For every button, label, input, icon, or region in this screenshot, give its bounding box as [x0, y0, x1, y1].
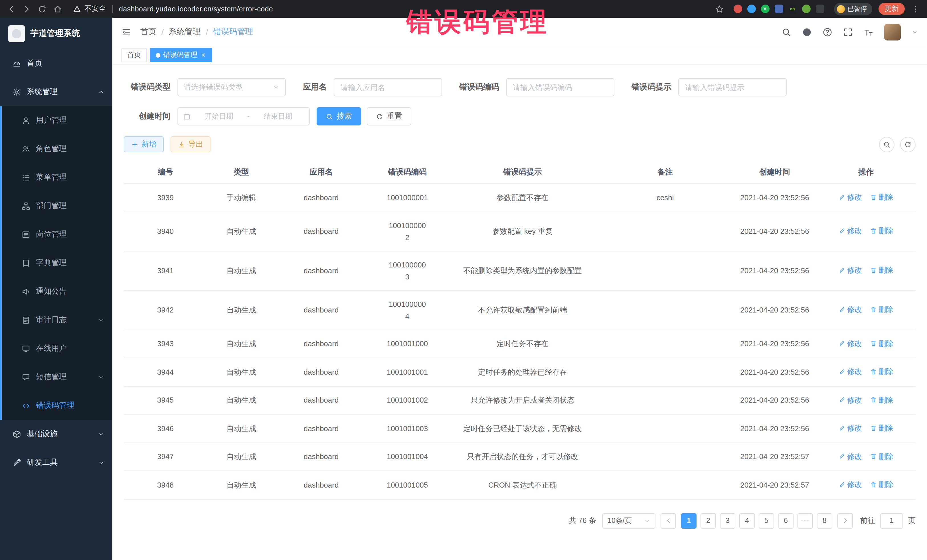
breadcrumb-item-home[interactable]: 首页: [140, 27, 156, 37]
tags-bar: 首页错误码管理: [112, 46, 927, 64]
date-range-picker[interactable]: 开始日期 - 结束日期: [178, 107, 310, 126]
url-text[interactable]: dashboard.yudao.iocoder.cn/system/error-…: [119, 5, 273, 13]
sidebar-item-dept[interactable]: 部门管理: [2, 191, 112, 220]
help-icon[interactable]: [823, 27, 832, 37]
extension-icon-4[interactable]: [774, 5, 783, 13]
sidebar-item-system[interactable]: 系统管理: [0, 77, 112, 106]
sidebar-item-error-code[interactable]: 错误码管理: [2, 391, 112, 420]
avatar-caret-icon[interactable]: [912, 29, 918, 35]
screen: 不安全 dashboard.yudao.iocoder.cn/system/er…: [0, 0, 927, 560]
column-header-6: 创建时间: [733, 161, 816, 183]
page-button-4[interactable]: 4: [739, 513, 755, 528]
cell-type: 手动编辑: [207, 183, 275, 212]
bookmark-star-icon[interactable]: [714, 4, 723, 14]
edit-link[interactable]: 修改: [839, 337, 862, 349]
github-icon[interactable]: [802, 27, 812, 37]
sidebar-item-post[interactable]: 岗位管理: [2, 220, 112, 249]
profile-chip[interactable]: 已暂停: [834, 3, 872, 15]
edit-link[interactable]: 修改: [839, 450, 862, 462]
forward-icon[interactable]: [22, 4, 31, 14]
extension-icon-3[interactable]: V: [761, 5, 769, 13]
page-button-1[interactable]: 1: [681, 513, 696, 528]
sidebar-item-dev-tools[interactable]: 研发工具: [0, 448, 112, 477]
extension-icon-1[interactable]: [733, 5, 742, 13]
page-button-3[interactable]: 3: [720, 513, 736, 528]
edit-link[interactable]: 修改: [839, 422, 862, 434]
reload-icon[interactable]: [38, 4, 47, 14]
sidebar-item-home[interactable]: 首页: [0, 49, 112, 77]
delete-link[interactable]: 删除: [870, 422, 894, 434]
range-separator: -: [247, 112, 249, 120]
reset-button[interactable]: 重置: [367, 107, 411, 126]
extension-icon-2[interactable]: [747, 5, 755, 13]
page-button-6[interactable]: 6: [778, 513, 793, 528]
sidebar-item-role[interactable]: 角色管理: [2, 135, 112, 163]
delete-link[interactable]: 删除: [870, 366, 894, 378]
export-button[interactable]: 导出: [170, 136, 211, 152]
cell-type: 自动生成: [207, 414, 275, 443]
add-button[interactable]: 新增: [124, 136, 164, 152]
extension-icon-7[interactable]: [816, 5, 824, 13]
error-hint-input[interactable]: [678, 78, 787, 96]
header-search-icon[interactable]: [781, 27, 791, 37]
sidebar-item-dict[interactable]: 字典管理: [2, 249, 112, 277]
book-icon: [22, 259, 30, 267]
edit-link[interactable]: 修改: [839, 394, 862, 406]
app-name-input[interactable]: [334, 78, 442, 96]
user-avatar[interactable]: [884, 24, 901, 40]
edit-link[interactable]: 修改: [839, 225, 862, 237]
delete-link[interactable]: 删除: [870, 264, 894, 276]
toggle-search-button[interactable]: [879, 137, 895, 152]
back-icon[interactable]: [7, 4, 16, 14]
next-page-button[interactable]: [837, 513, 853, 528]
extension-icon-6[interactable]: [802, 5, 810, 13]
tab-home[interactable]: 首页: [122, 48, 147, 62]
breadcrumb-item-system[interactable]: 系统管理: [169, 27, 201, 37]
prev-page-button[interactable]: [661, 513, 676, 528]
edit-link[interactable]: 修改: [839, 478, 862, 490]
refresh-table-button[interactable]: [900, 137, 916, 152]
sidebar-item-menu[interactable]: 菜单管理: [2, 163, 112, 191]
fullscreen-icon[interactable]: [843, 27, 853, 37]
start-date-placeholder: 开始日期: [193, 111, 245, 121]
update-button[interactable]: 更新: [878, 3, 905, 15]
edit-link[interactable]: 修改: [839, 366, 862, 378]
delete-link[interactable]: 删除: [870, 450, 894, 462]
page-ellipsis[interactable]: ···: [798, 513, 813, 528]
hamburger-icon[interactable]: [122, 27, 131, 37]
security-indicator[interactable]: 不安全: [73, 4, 106, 14]
app-logo[interactable]: 芋道管理系统: [0, 18, 112, 49]
browser-menu-icon[interactable]: [911, 4, 920, 14]
sidebar-item-audit-log[interactable]: 审计日志: [2, 306, 112, 334]
browser-home-icon[interactable]: [53, 4, 62, 14]
close-icon[interactable]: [200, 52, 207, 58]
sidebar-item-notice[interactable]: 通知公告: [2, 277, 112, 306]
page-button-5[interactable]: 5: [759, 513, 774, 528]
delete-link[interactable]: 删除: [870, 478, 894, 490]
goto-page-input[interactable]: [880, 513, 903, 528]
error-code-input[interactable]: [506, 78, 614, 96]
page-size-select[interactable]: 10条/页: [602, 513, 655, 528]
edit-link[interactable]: 修改: [839, 264, 862, 276]
chevron-right-icon: [842, 517, 849, 524]
extension-icon-5[interactable]: on: [788, 5, 797, 13]
page-button-8[interactable]: 8: [817, 513, 832, 528]
sidebar-item-infra[interactable]: 基础设施: [0, 420, 112, 448]
sidebar-item-sms[interactable]: 短信管理: [2, 363, 112, 391]
delete-link[interactable]: 删除: [870, 191, 894, 203]
delete-link[interactable]: 删除: [870, 394, 894, 406]
cell-code: 1001000001: [367, 183, 448, 212]
delete-link[interactable]: 删除: [870, 304, 894, 316]
search-button[interactable]: 搜索: [317, 107, 361, 126]
delete-link[interactable]: 删除: [870, 225, 894, 237]
tab-error-code[interactable]: 错误码管理: [150, 48, 212, 62]
edit-link[interactable]: 修改: [839, 304, 862, 316]
sidebar-item-online-user[interactable]: 在线用户: [2, 334, 112, 363]
page-button-2[interactable]: 2: [701, 513, 716, 528]
error-type-select[interactable]: 请选择错误码类型: [178, 78, 286, 96]
font-size-icon[interactable]: [864, 27, 873, 37]
delete-link[interactable]: 删除: [870, 337, 894, 349]
edit-icon: [839, 368, 845, 375]
edit-link[interactable]: 修改: [839, 191, 862, 203]
sidebar-item-user[interactable]: 用户管理: [2, 106, 112, 135]
